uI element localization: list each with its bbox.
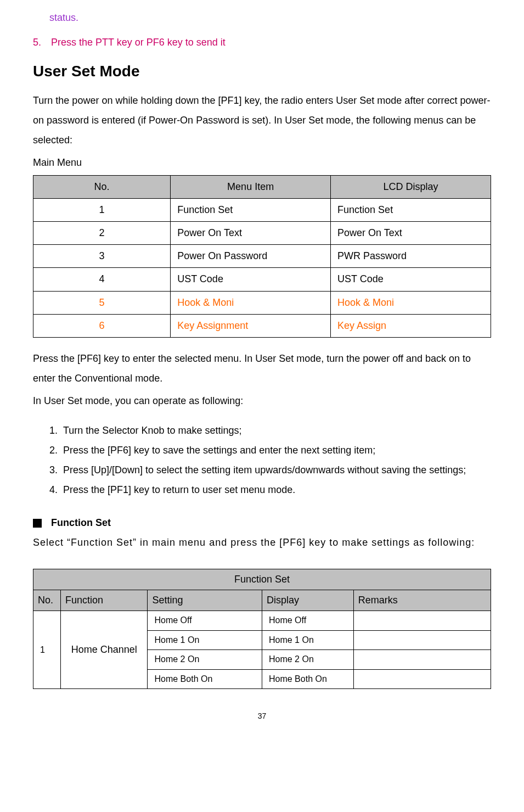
cell-setting: Home Both On <box>148 669 262 688</box>
cell-lcd-display: UST Code <box>331 268 491 291</box>
list-item: Turn the Selector Knob to make settings; <box>60 421 491 440</box>
cell-no: 5 <box>33 291 171 314</box>
cell-display: Home Off <box>262 611 353 630</box>
cell-menu-item: Power On Text <box>171 221 331 244</box>
function-set-header: Function Set <box>33 516 491 530</box>
function-set-table: Function Set No. Function Setting Displa… <box>33 569 491 689</box>
table-row: 5Hook & MoniHook & Moni <box>33 291 491 314</box>
table2-header-no: No. <box>33 590 61 611</box>
table2-header-function: Function <box>61 590 148 611</box>
cell-lcd-display: PWR Password <box>331 245 491 268</box>
list-item: Press the [PF6] key to save the settings… <box>60 440 491 460</box>
step-5: 5. Press the PTT key or PF6 key to send … <box>33 36 491 49</box>
cell-remarks <box>353 669 491 688</box>
table-row: 3Power On PasswordPWR Password <box>33 245 491 268</box>
cell-no: 6 <box>33 314 171 337</box>
cell-remarks <box>353 630 491 649</box>
cell-remarks <box>353 650 491 669</box>
paragraph-operate: In User Set mode, you can operate as fol… <box>33 391 491 411</box>
list-item: Press [Up]/[Down] to select the setting … <box>60 460 491 480</box>
cell-display: Home 1 On <box>262 630 353 649</box>
cell-setting: Home 1 On <box>148 630 262 649</box>
cell-remarks <box>353 611 491 630</box>
cell-setting: Home 2 On <box>148 650 262 669</box>
steps-list: Turn the Selector Knob to make settings;… <box>47 421 491 500</box>
paragraph-pf6: Press the [PF6] key to enter the selecte… <box>33 349 491 388</box>
cell-display: Home Both On <box>262 669 353 688</box>
square-bullet-icon <box>33 519 42 528</box>
table-row: 4UST CodeUST Code <box>33 268 491 291</box>
cell-setting: Home Off <box>148 611 262 630</box>
table-row: 1Function SetFunction Set <box>33 198 491 221</box>
function-set-paragraph: Select “Function Set” in main menu and p… <box>33 533 491 552</box>
cell-lcd-display: Power On Text <box>331 221 491 244</box>
table-row: 2Power On TextPower On Text <box>33 221 491 244</box>
list-item: Press the [PF1] key to return to user se… <box>60 480 491 500</box>
page-number: 37 <box>33 711 491 722</box>
table-row: 6Key AssignmentKey Assign <box>33 314 491 337</box>
table-header-lcd-display: LCD Display <box>331 175 491 198</box>
cell-no: 2 <box>33 221 171 244</box>
heading-user-set-mode: User Set Mode <box>33 60 491 82</box>
main-menu-label: Main Menu <box>33 153 491 172</box>
cell-menu-item: Power On Password <box>171 245 331 268</box>
cell-menu-item: UST Code <box>171 268 331 291</box>
table2-header-remarks: Remarks <box>353 590 491 611</box>
table2-header-display: Display <box>262 590 353 611</box>
cell-no: 1 <box>33 611 61 689</box>
table-header-menu-item: Menu Item <box>171 175 331 198</box>
cell-menu-item: Function Set <box>171 198 331 221</box>
main-menu-table: No. Menu Item LCD Display 1Function SetF… <box>33 175 491 338</box>
cell-no: 3 <box>33 245 171 268</box>
table2-header-setting: Setting <box>148 590 262 611</box>
paragraph-intro: Turn the power on while holding down the… <box>33 91 491 150</box>
table-row: 1Home ChannelHome OffHome Off <box>33 611 491 630</box>
table2-title: Function Set <box>33 569 491 590</box>
cell-menu-item: Key Assignment <box>171 314 331 337</box>
status-line: status. <box>49 11 491 25</box>
cell-function: Home Channel <box>61 611 148 689</box>
cell-no: 4 <box>33 268 171 291</box>
function-set-title: Function Set <box>51 517 111 528</box>
table-header-no: No. <box>33 175 171 198</box>
cell-menu-item: Hook & Moni <box>171 291 331 314</box>
cell-display: Home 2 On <box>262 650 353 669</box>
cell-no: 1 <box>33 198 171 221</box>
cell-lcd-display: Hook & Moni <box>331 291 491 314</box>
cell-lcd-display: Key Assign <box>331 314 491 337</box>
cell-lcd-display: Function Set <box>331 198 491 221</box>
